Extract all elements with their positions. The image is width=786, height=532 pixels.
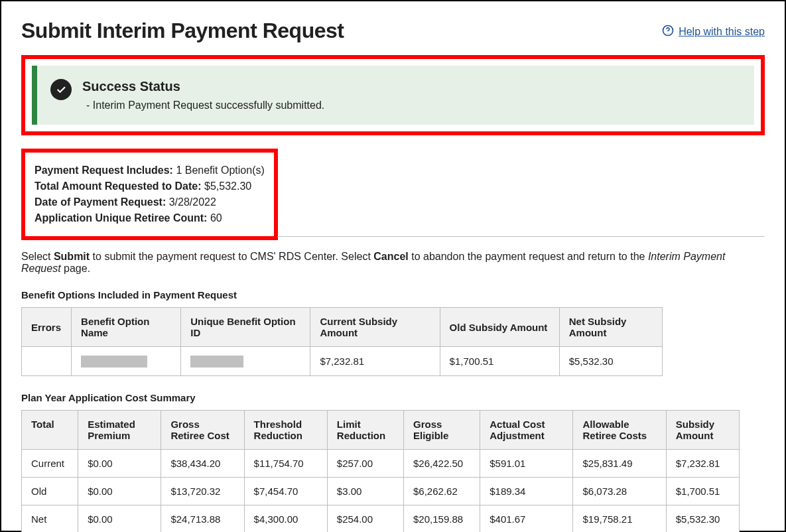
summary-includes-value: 1 Benefit Option(s) <box>176 165 264 176</box>
cell-errors <box>22 347 72 376</box>
table-header-row: Total Estimated Premium Gross Retiree Co… <box>22 411 740 450</box>
cell-allowable: $6,073.28 <box>573 478 666 505</box>
col-errors: Errors <box>22 308 72 347</box>
summary-date-label: Date of Payment Request: <box>34 196 166 208</box>
cell-gross_eligible: $26,422.50 <box>404 450 480 478</box>
cell-old: $1,700.51 <box>440 347 559 376</box>
summary-total: Total Amount Requested to Date: $5,532.3… <box>34 180 265 192</box>
cell-gross_retiree: $13,720.32 <box>161 478 244 505</box>
col-gross-eligible: Gross Eligible <box>404 411 480 450</box>
success-highlight-box: Success Status Interim Payment Request s… <box>21 55 765 135</box>
cell-limit: $254.00 <box>327 505 403 532</box>
cell-limit: $3.00 <box>327 478 403 505</box>
instruction-text: Select Submit to submit the payment requ… <box>21 251 765 275</box>
cell-subsidy: $5,532.30 <box>666 505 739 532</box>
summary-includes-label: Payment Request Includes: <box>34 165 173 176</box>
table-row: Old$0.00$13,720.32$7,454.70$3.00$6,262.6… <box>22 478 740 505</box>
cell-premium: $0.00 <box>78 450 161 478</box>
col-allowable: Allowable Retiree Costs <box>573 411 666 450</box>
svg-point-1 <box>668 33 669 34</box>
col-threshold: Threshold Reduction <box>244 411 327 450</box>
summary-retiree-value: 60 <box>210 212 222 224</box>
cell-actual_adj: $189.34 <box>480 478 573 505</box>
table-header-row: Errors Benefit Option Name Unique Benefi… <box>22 308 663 347</box>
table-row: Net$0.00$24,713.88$4,300.00$254.00$20,15… <box>22 505 740 532</box>
cell-premium: $0.00 <box>78 478 161 505</box>
cell-allowable: $19,758.21 <box>573 505 666 532</box>
cell-limit: $257.00 <box>327 450 403 478</box>
benefit-table: Errors Benefit Option Name Unique Benefi… <box>21 307 663 376</box>
cell-threshold: $4,300.00 <box>244 505 327 532</box>
summary-retiree: Application Unique Retiree Count: 60 <box>34 212 265 224</box>
summary-total-label: Total Amount Requested to Date: <box>34 180 202 192</box>
cell-threshold: $11,754.70 <box>244 450 327 478</box>
col-current-subsidy: Current Subsidy Amount <box>310 308 440 347</box>
success-check-icon <box>50 79 72 100</box>
cost-table: Total Estimated Premium Gross Retiree Co… <box>21 410 740 532</box>
divider <box>277 236 765 237</box>
cell-premium: $0.00 <box>78 505 161 532</box>
col-old-subsidy: Old Subsidy Amount <box>440 308 559 347</box>
cell-current: $7,232.81 <box>310 347 440 376</box>
summary-retiree-label: Application Unique Retiree Count: <box>34 212 207 224</box>
col-benefit-uid: Unique Benefit Option ID <box>181 308 310 347</box>
cell-threshold: $7,454.70 <box>244 478 327 505</box>
help-link-label: Help with this step <box>679 26 765 38</box>
cell-total: Current <box>22 450 78 478</box>
summary-date: Date of Payment Request: 3/28/2022 <box>34 196 265 208</box>
success-heading: Success Status <box>82 79 324 94</box>
benefit-heading: Benefit Options Included in Payment Requ… <box>21 289 765 300</box>
col-premium: Estimated Premium <box>78 411 161 450</box>
page-title: Submit Interim Payment Request <box>21 19 344 43</box>
cell-subsidy: $1,700.51 <box>666 478 739 505</box>
success-banner: Success Status Interim Payment Request s… <box>32 66 754 125</box>
col-limit: Limit Reduction <box>327 411 403 450</box>
col-gross-retiree: Gross Retiree Cost <box>161 411 244 450</box>
cell-allowable: $25,831.49 <box>573 450 666 478</box>
cell-total: Old <box>22 478 78 505</box>
col-actual-adj: Actual Cost Adjustment <box>480 411 573 450</box>
summary-total-value: $5,532.30 <box>204 180 251 192</box>
summary-highlight-box: Payment Request Includes: 1 Benefit Opti… <box>21 149 278 240</box>
cell-net: $5,532.30 <box>559 347 662 376</box>
cell-gross_retiree: $24,713.88 <box>161 505 244 532</box>
cost-heading: Plan Year Application Cost Summary <box>21 392 765 403</box>
cell-gross_eligible: $6,262.62 <box>404 478 480 505</box>
table-row: $7,232.81 $1,700.51 $5,532.30 <box>22 347 663 376</box>
cell-benefit-name <box>72 347 181 376</box>
cell-gross_retiree: $38,434.20 <box>161 450 244 478</box>
redacted-uid <box>190 356 243 367</box>
cell-actual_adj: $401.67 <box>480 505 573 532</box>
summary-includes: Payment Request Includes: 1 Benefit Opti… <box>34 165 265 176</box>
col-total: Total <box>22 411 78 450</box>
cell-total: Net <box>22 505 78 532</box>
help-icon <box>661 24 675 40</box>
col-net-subsidy: Net Subsidy Amount <box>559 308 662 347</box>
col-benefit-name: Benefit Option Name <box>72 308 181 347</box>
success-message: Interim Payment Request successfully sub… <box>82 100 324 111</box>
cell-actual_adj: $591.01 <box>480 450 573 478</box>
help-link[interactable]: Help with this step <box>661 24 765 40</box>
table-row: Current$0.00$38,434.20$11,754.70$257.00$… <box>22 450 740 478</box>
cell-gross_eligible: $20,159.88 <box>404 505 480 532</box>
cell-benefit-uid <box>181 347 310 376</box>
cell-subsidy: $7,232.81 <box>666 450 739 478</box>
redacted-name <box>81 356 147 367</box>
summary-date-value: 3/28/2022 <box>169 196 216 208</box>
col-subsidy: Subsidy Amount <box>666 411 739 450</box>
